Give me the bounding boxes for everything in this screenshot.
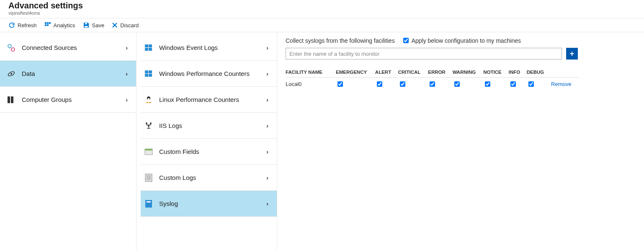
- svg-rect-9: [8, 96, 10, 103]
- svg-rect-17: [145, 74, 148, 77]
- col-alert: ALERT: [375, 67, 398, 78]
- iis-icon: [144, 121, 153, 130]
- refresh-button[interactable]: Refresh: [8, 22, 37, 29]
- save-icon: [83, 22, 90, 29]
- nav-label: Connected Sources: [22, 44, 77, 51]
- svg-rect-18: [149, 74, 152, 77]
- chevron-right-icon: ›: [266, 96, 268, 103]
- add-facility-button[interactable]: +: [566, 48, 578, 60]
- nav-windows-perf-counters[interactable]: Windows Performance Counters ›: [141, 61, 277, 87]
- discard-label: Discard: [120, 22, 139, 29]
- nav-linux-perf-counters[interactable]: Linux Performance Counters ›: [141, 87, 277, 113]
- svg-rect-28: [145, 174, 152, 182]
- windows-icon: [144, 43, 153, 52]
- col-error: ERROR: [428, 67, 452, 78]
- nav-label: Custom Fields: [159, 148, 199, 155]
- connected-sources-icon: [7, 43, 16, 52]
- computer-groups-icon: [7, 95, 16, 104]
- cb-error[interactable]: [430, 81, 435, 87]
- svg-rect-11: [145, 44, 148, 47]
- col-facility: FACILITY NAME: [286, 67, 336, 78]
- syslog-panel: Collect syslogs from the following facil…: [277, 32, 644, 250]
- svg-rect-12: [149, 44, 152, 47]
- chevron-right-icon: ›: [266, 174, 268, 181]
- cb-alert[interactable]: [377, 81, 382, 87]
- nav-label: Computer Groups: [22, 96, 72, 103]
- save-label: Save: [92, 22, 105, 29]
- chevron-right-icon: ›: [266, 44, 268, 51]
- col-warning: WARNING: [453, 67, 484, 78]
- svg-rect-10: [11, 96, 13, 103]
- syslog-icon: [144, 199, 153, 208]
- save-button[interactable]: Save: [83, 22, 105, 29]
- analytics-label: Analytics: [54, 22, 75, 29]
- chevron-right-icon: ›: [266, 122, 268, 129]
- chevron-right-icon: ›: [126, 96, 128, 103]
- cb-emergency[interactable]: [337, 81, 343, 87]
- svg-rect-1: [47, 22, 49, 24]
- facility-name: Local0: [286, 78, 336, 91]
- chevron-right-icon: ›: [126, 44, 128, 51]
- facility-input[interactable]: [286, 48, 562, 60]
- apply-config-label: Apply below configuration to my machines: [412, 37, 521, 44]
- syslog-heading: Collect syslogs from the following facil…: [286, 37, 395, 44]
- svg-rect-16: [149, 70, 152, 73]
- nav-custom-logs[interactable]: Custom Logs ›: [141, 165, 277, 191]
- col-info: INFO: [509, 67, 527, 78]
- linux-icon: [144, 95, 153, 104]
- nav-custom-fields[interactable]: Custom Fields ›: [141, 139, 277, 165]
- cb-debug[interactable]: [528, 81, 534, 87]
- custom-logs-icon: [144, 173, 153, 182]
- cb-critical[interactable]: [400, 81, 405, 87]
- analytics-button[interactable]: Analytics: [44, 22, 75, 29]
- cb-warning[interactable]: [454, 81, 460, 87]
- apply-config-input[interactable]: [403, 38, 409, 43]
- toolbar: Refresh Analytics Save Discard: [0, 18, 644, 32]
- nav-windows-event-logs[interactable]: Windows Event Logs ›: [141, 35, 277, 61]
- refresh-label: Refresh: [18, 22, 37, 29]
- col-notice: NOTICE: [483, 67, 508, 78]
- col-critical: CRITICAL: [398, 67, 428, 78]
- cb-notice[interactable]: [485, 81, 490, 87]
- svg-rect-14: [149, 48, 152, 51]
- data-icon: [7, 69, 16, 78]
- secondary-nav: Windows Event Logs › Windows Performance…: [137, 32, 277, 250]
- svg-point-6: [11, 48, 15, 51]
- svg-rect-34: [147, 201, 151, 203]
- resource-name: vipinsftest4oms: [8, 10, 636, 16]
- nav-label: Data: [22, 70, 35, 77]
- svg-point-20: [147, 98, 150, 101]
- svg-rect-21: [147, 102, 148, 103]
- svg-rect-33: [145, 200, 152, 208]
- syslog-table: FACILITY NAME EMERGENCY ALERT CRITICAL E…: [286, 67, 579, 91]
- chevron-right-icon: ›: [126, 70, 128, 77]
- analytics-icon: [44, 22, 51, 29]
- nav-syslog[interactable]: Syslog ›: [141, 191, 277, 217]
- page-title: Advanced settings: [8, 1, 636, 10]
- col-debug: DEBUG: [527, 67, 551, 78]
- svg-rect-22: [149, 102, 151, 103]
- remove-link[interactable]: Remove: [551, 81, 571, 87]
- chevron-right-icon: ›: [266, 200, 268, 207]
- discard-icon: [112, 22, 118, 28]
- cb-info[interactable]: [510, 81, 516, 87]
- refresh-icon: [8, 22, 15, 29]
- svg-rect-15: [145, 70, 148, 73]
- nav-data[interactable]: Data ›: [0, 61, 136, 87]
- nav-label: Custom Logs: [159, 174, 196, 181]
- chevron-right-icon: ›: [266, 70, 268, 77]
- svg-rect-3: [45, 24, 46, 26]
- col-emergency: EMERGENCY: [336, 67, 375, 78]
- svg-rect-0: [45, 22, 46, 24]
- chevron-right-icon: ›: [266, 148, 268, 155]
- svg-rect-4: [47, 24, 49, 26]
- windows-icon: [144, 69, 153, 78]
- nav-label: Syslog: [159, 200, 178, 207]
- nav-iis-logs[interactable]: IIS Logs ›: [141, 113, 277, 139]
- apply-config-checkbox[interactable]: Apply below configuration to my machines: [402, 36, 521, 44]
- discard-button[interactable]: Discard: [112, 22, 139, 29]
- svg-point-5: [8, 44, 11, 48]
- nav-computer-groups[interactable]: Computer Groups ›: [0, 87, 136, 113]
- nav-label: Windows Performance Counters: [159, 70, 250, 77]
- nav-connected-sources[interactable]: Connected Sources ›: [0, 35, 136, 61]
